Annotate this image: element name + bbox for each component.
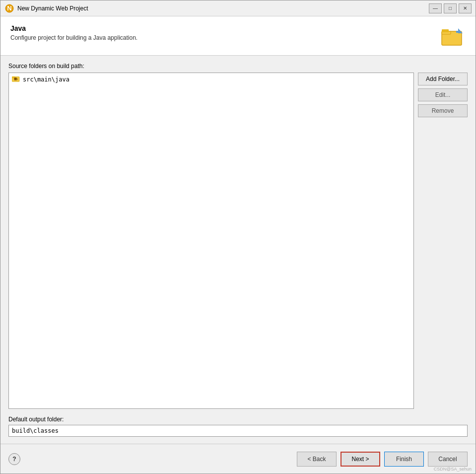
dialog-footer: ? < Back Next > Finish Cancel: [0, 444, 476, 474]
folder-item-text: src\main\java: [23, 76, 69, 83]
source-folders-label: Source folders on build path:: [8, 63, 468, 70]
output-folder-input[interactable]: [8, 425, 468, 437]
svg-rect-10: [14, 80, 17, 80]
help-button[interactable]: ?: [8, 453, 20, 465]
side-buttons: Add Folder... Edit... Remove: [418, 73, 468, 409]
footer-left: ?: [8, 453, 20, 465]
maximize-button[interactable]: □: [444, 3, 457, 13]
minimize-button[interactable]: —: [429, 3, 442, 13]
dialog-header: Java Configure project for building a Ja…: [0, 16, 476, 56]
header-title: Java: [10, 24, 441, 32]
main-window: N New Dynamic Web Project — □ ✕ Java Con…: [0, 0, 476, 474]
svg-rect-9: [14, 78, 17, 79]
java-folder-icon: [12, 75, 21, 84]
next-button[interactable]: Next >: [340, 452, 380, 467]
header-icon: [441, 24, 466, 49]
window-icon: N: [4, 3, 14, 13]
header-subtitle: Configure project for building a Java ap…: [10, 34, 441, 41]
window-controls: — □ ✕: [429, 3, 472, 13]
title-bar: N New Dynamic Web Project — □ ✕: [0, 0, 476, 16]
footer-buttons: < Back Next > Finish Cancel: [297, 452, 468, 467]
folder-item[interactable]: src\main\java: [10, 74, 412, 85]
svg-rect-6: [456, 31, 460, 33]
edit-button[interactable]: Edit...: [418, 88, 468, 101]
cancel-button[interactable]: Cancel: [428, 452, 468, 467]
output-folder-label: Default output folder:: [8, 416, 468, 423]
back-button[interactable]: < Back: [297, 452, 337, 467]
watermark-text: CSDN@SA_sehun: [434, 467, 472, 472]
folders-list[interactable]: src\main\java: [8, 73, 414, 409]
add-folder-button[interactable]: Add Folder...: [418, 73, 468, 85]
finish-button[interactable]: Finish: [384, 452, 424, 467]
source-folders-area: src\main\java Add Folder... Edit... Remo…: [8, 73, 468, 409]
svg-rect-4: [442, 29, 449, 32]
dialog-content: Source folders on build path:: [0, 56, 476, 444]
remove-button[interactable]: Remove: [418, 104, 468, 117]
close-button[interactable]: ✕: [459, 3, 472, 13]
header-text: Java Configure project for building a Ja…: [10, 24, 441, 41]
output-section: Default output folder:: [8, 416, 468, 437]
window-title: New Dynamic Web Project: [17, 5, 429, 12]
svg-text:N: N: [7, 4, 11, 12]
